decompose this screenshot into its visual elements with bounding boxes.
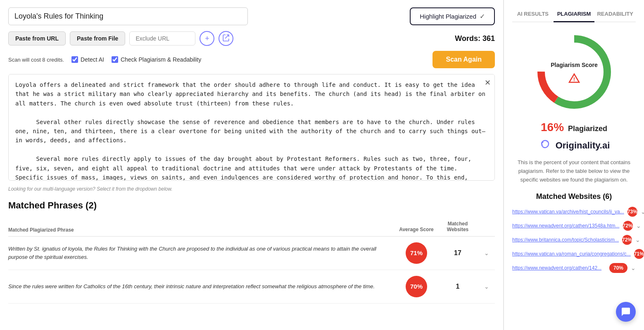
close-text-button[interactable]: ✕ <box>485 78 491 87</box>
score-circle-2: 70% <box>406 276 427 297</box>
matched-phrases-section: Matched Phrases (2) Matched Plagiarized … <box>8 200 495 304</box>
svg-text:Plagiarism Score: Plagiarism Score <box>551 62 598 68</box>
brand-row: Originality.ai <box>512 138 636 153</box>
highlight-plagiarized-button[interactable]: Highlight Plagiarized ✓ <box>410 7 495 25</box>
plagiarism-donut-wrapper: Plagiarism Score ! <box>512 31 636 113</box>
highlight-label: Highlight Plagiarized <box>420 13 476 20</box>
tab-ai-results[interactable]: AI RESULTS <box>512 7 554 22</box>
website-expand-4[interactable]: ⌄ <box>631 265 636 271</box>
paste-from-url-button[interactable]: Paste from URL <box>8 31 66 45</box>
brand-logo-icon <box>538 138 551 153</box>
matched-count-2: 1 <box>437 283 478 290</box>
score-circle-1: 71% <box>406 242 427 264</box>
table-row: Written by St. ignatius of loyola, the R… <box>8 237 495 270</box>
phrase-text-1: Written by St. ignatius of loyola, the R… <box>8 245 396 261</box>
check-plagiarism-checkbox[interactable] <box>112 56 118 63</box>
scan-again-button[interactable]: Scan Again <box>433 51 495 68</box>
website-link-1[interactable]: https://www.newadvent.org/cathen/13548a.… <box>512 222 620 230</box>
website-expand-0[interactable]: ⌄ <box>641 208 644 215</box>
check-plagiarism-checkbox-label[interactable]: Check Plagiarism & Readability <box>112 56 201 63</box>
exclude-url-input[interactable] <box>129 31 195 45</box>
check-icon: ✓ <box>480 12 485 20</box>
row-expand-2[interactable]: ⌄ <box>478 283 495 290</box>
score-badge-2: 70% <box>396 276 437 297</box>
detect-ai-checkbox-label[interactable]: Detect AI <box>71 56 104 63</box>
word-count: Words: 361 <box>455 34 495 43</box>
website-link-0[interactable]: https://www.vatican.va/archive/hist_coun… <box>512 208 624 215</box>
detect-ai-checkbox[interactable] <box>71 56 78 63</box>
paste-from-file-button[interactable]: Paste from File <box>70 31 125 45</box>
document-title-input[interactable] <box>8 7 248 25</box>
col-header-score: Average Score <box>396 227 437 232</box>
website-row: https://www.vatican.va/archive/hist_coun… <box>512 207 636 217</box>
plagiarism-percent: 16% <box>541 121 564 134</box>
website-score-4: 70% <box>609 263 627 273</box>
matched-websites-list: https://www.vatican.va/archive/hist_coun… <box>512 207 636 273</box>
col-header-matched: Matched Websites <box>437 221 478 233</box>
content-text-area-wrapper: ✕ <box>8 74 495 182</box>
results-tabs: AI RESULTS PLAGIARISM READABILITY <box>512 7 636 22</box>
website-expand-1[interactable]: ⌄ <box>636 222 641 229</box>
export-button[interactable] <box>219 31 233 46</box>
svg-point-6 <box>541 144 542 146</box>
score-badge-1: 71% <box>396 242 437 264</box>
website-score-3: 71% <box>634 249 644 259</box>
score-description: This is the percent of your content that… <box>512 158 636 184</box>
svg-text:!: ! <box>573 76 575 82</box>
chat-support-button[interactable] <box>616 302 636 322</box>
plus-icon: + <box>205 34 209 43</box>
matched-count-1: 17 <box>437 249 478 257</box>
plagiarism-donut-chart: Plagiarism Score ! <box>533 31 615 113</box>
phrase-text-2: Since the rules were written for Catholi… <box>8 282 396 291</box>
multi-lang-link: Looking for our multi-language version? … <box>8 186 495 192</box>
website-row: https://www.vatican.va/roman_curia/congr… <box>512 249 636 259</box>
website-link-3[interactable]: https://www.vatican.va/roman_curia/congr… <box>512 251 631 258</box>
svg-line-0 <box>226 35 229 38</box>
matched-websites-title: Matched Websites (6) <box>512 192 636 201</box>
row-expand-1[interactable]: ⌄ <box>478 250 495 256</box>
website-row: https://www.newadvent.org/cathen/13548a.… <box>512 221 636 231</box>
content-textarea[interactable] <box>8 74 495 181</box>
website-link-2[interactable]: https://www.britannica.com/topic/Scholas… <box>512 237 619 244</box>
score-display: 16% Plagiarized <box>512 121 636 134</box>
tab-readability[interactable]: READABILITY <box>594 7 636 22</box>
scan-cost-label: Scan will cost 8 credits. <box>8 57 64 63</box>
brand-name: Originality.ai <box>556 140 610 151</box>
website-link-4[interactable]: https://www.newadvent.org/cathen/142... <box>512 265 606 272</box>
col-header-phrase: Matched Plagiarized Phrase <box>8 227 396 233</box>
matched-phrases-title: Matched Phrases (2) <box>8 200 495 211</box>
plagiarism-label: Plagiarized <box>568 124 607 133</box>
website-expand-2[interactable]: ⌄ <box>635 237 640 243</box>
table-row: Since the rules were written for Catholi… <box>8 270 495 304</box>
add-button[interactable]: + <box>200 31 214 46</box>
website-score-2: 72% <box>622 235 632 245</box>
website-score-1: 72% <box>623 221 633 231</box>
export-icon <box>222 34 230 43</box>
website-score-0: 73% <box>627 207 637 217</box>
tab-plagiarism[interactable]: PLAGIARISM <box>554 7 595 22</box>
website-row: https://www.britannica.com/topic/Scholas… <box>512 235 636 245</box>
right-panel: AI RESULTS PLAGIARISM READABILITY Plagia… <box>504 0 644 330</box>
website-row: https://www.newadvent.org/cathen/142... … <box>512 263 636 273</box>
table-header: Matched Plagiarized Phrase Average Score… <box>8 218 495 237</box>
